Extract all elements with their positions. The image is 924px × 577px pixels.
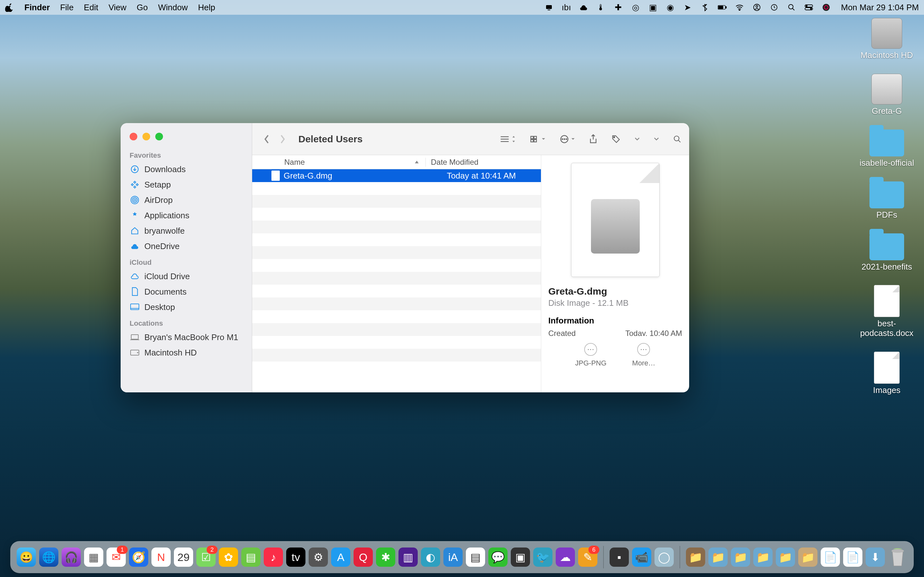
plus-icon[interactable]: ✚ (614, 3, 623, 12)
dock-launchpad[interactable]: ▦ (84, 548, 103, 567)
share-button[interactable] (589, 134, 598, 144)
menu-view[interactable]: View (108, 3, 126, 13)
sidebar-item-setapp[interactable]: Setapp (121, 177, 252, 192)
column-date[interactable]: Date Modified (425, 158, 541, 167)
sidebar-item-documents[interactable]: Documents (121, 284, 252, 300)
dock-twitter[interactable]: 🐦 (533, 548, 552, 567)
sidebar-item-onedrive[interactable]: OneDrive (121, 239, 252, 254)
dock-photos[interactable]: ✿ (219, 548, 238, 567)
file-row[interactable]: Greta-G.dmg Today at 10:41 AM (252, 169, 541, 182)
dock-notes[interactable]: ✎ (578, 548, 598, 567)
group-button[interactable] (530, 135, 545, 143)
siri-icon[interactable] (822, 3, 830, 12)
action-button[interactable] (559, 134, 575, 144)
sidebar-item-macintoshhd[interactable]: Macintosh HD (121, 345, 252, 360)
box-icon[interactable]: ▣ (648, 3, 657, 12)
battery-icon[interactable] (718, 3, 727, 12)
sidebar-item-applications[interactable]: Applications (121, 208, 252, 223)
control-center-icon[interactable] (804, 3, 813, 12)
menu-file[interactable]: File (60, 3, 73, 13)
sidebar-item-iclouddrive[interactable]: iCloud Drive (121, 269, 252, 284)
dock-settings[interactable]: ⚙ (309, 548, 328, 567)
dock-zoom[interactable]: 📹 (632, 548, 651, 567)
bluetooth-icon[interactable] (700, 3, 709, 12)
app-name[interactable]: Finder (24, 3, 50, 13)
desktop-item-greta-g[interactable]: Greta-G (858, 74, 916, 116)
dock-app-7[interactable]: ◯ (654, 548, 674, 567)
tags-button[interactable] (612, 135, 620, 143)
forward-button[interactable] (276, 132, 289, 146)
dock-folder-7[interactable]: 📄 (821, 548, 840, 567)
dock-app-6[interactable]: ▪ (610, 548, 629, 567)
desktop-item-isabelle[interactable]: isabelle-official (858, 129, 916, 168)
quick-action-more[interactable]: ⋯More… (632, 343, 655, 367)
dock-folder-3[interactable]: 📁 (731, 548, 750, 567)
view-list-button[interactable] (500, 135, 516, 143)
sidebar-item-downloads[interactable]: Downloads (121, 161, 252, 177)
dock-app-4[interactable]: ▣ (511, 548, 530, 567)
menu-help[interactable]: Help (198, 3, 215, 13)
desktop-item-benefits[interactable]: 2021-benefits (858, 234, 916, 272)
dock-edge[interactable]: 🌐 (39, 548, 58, 567)
timemachine-icon[interactable] (770, 3, 779, 12)
dock-finder[interactable]: 😀 (17, 548, 36, 567)
dock-trello[interactable]: ▥ (399, 548, 418, 567)
sidebar-item-home[interactable]: bryanwolfe (121, 223, 252, 239)
dock-app-3[interactable]: ▤ (466, 548, 485, 567)
apple-menu-icon[interactable] (5, 3, 14, 12)
search-button[interactable] (673, 135, 682, 143)
desktop-item-macintosh-hd[interactable]: Macintosh HD (858, 18, 916, 60)
dock-numbers[interactable]: ▤ (241, 548, 260, 567)
dock-podcasts[interactable]: 🎧 (61, 548, 81, 567)
status-icon-1[interactable] (544, 3, 553, 12)
cc-icon[interactable]: ◉ (666, 3, 675, 12)
sidebar-item-desktop[interactable]: Desktop (121, 300, 252, 315)
dock-slack[interactable]: ✱ (376, 548, 395, 567)
zoom-button[interactable] (155, 133, 163, 140)
dock-folder-8[interactable]: 📄 (843, 548, 863, 567)
minimize-button[interactable] (142, 133, 150, 140)
temp-icon[interactable]: 🌡 (596, 3, 606, 12)
clock[interactable]: Mon Mar 29 1:04 PM (841, 3, 919, 13)
arrow-icon[interactable]: ➤ (683, 3, 692, 12)
user-icon[interactable] (752, 3, 761, 12)
dock-appstore[interactable]: A (331, 548, 351, 567)
circle-icon[interactable]: ◎ (631, 3, 640, 12)
dock-folder-2[interactable]: 📁 (708, 548, 728, 567)
sidebar-item-airdrop[interactable]: AirDrop (121, 192, 252, 208)
dock-safari[interactable]: 🧭 (129, 548, 148, 567)
wifi-icon[interactable] (735, 3, 744, 12)
dock-reminders[interactable]: ☑ (196, 548, 216, 567)
dock-folder-6[interactable]: 📁 (798, 548, 817, 567)
close-button[interactable] (129, 133, 137, 140)
dropdown-2[interactable] (654, 137, 659, 141)
desktop-item-pdfs[interactable]: PDFs (858, 181, 916, 220)
quick-action-jpgpng[interactable]: ⋯JPG-PNG (575, 343, 607, 367)
dock-app-1[interactable]: ◐ (421, 548, 440, 567)
menu-go[interactable]: Go (137, 3, 148, 13)
dock-downloads[interactable]: ⬇ (866, 548, 885, 567)
dropdown-1[interactable] (635, 137, 640, 141)
dock-mail[interactable]: ✉ (107, 548, 126, 567)
status-icon-2[interactable]: ıbı (562, 3, 571, 12)
spotlight-icon[interactable] (787, 3, 796, 12)
dock-trash[interactable] (888, 546, 907, 568)
dock-app-5[interactable]: ☁ (556, 548, 575, 567)
sidebar-item-macbook[interactable]: Bryan's MacBook Pro M1 (121, 330, 252, 345)
desktop-item-images[interactable]: Images (858, 351, 916, 395)
dock-q[interactable]: Q (354, 548, 373, 567)
dock-folder-1[interactable]: 📁 (686, 548, 705, 567)
dock-music[interactable]: ♪ (264, 548, 283, 567)
column-name[interactable]: Name (252, 158, 425, 167)
back-button[interactable] (260, 132, 273, 146)
dock-app-2[interactable]: iA (443, 548, 463, 567)
dock-news[interactable]: N (152, 548, 171, 567)
dock-folder-5[interactable]: 📁 (776, 548, 795, 567)
desktop-item-podcasts[interactable]: best-podcasts.docx (858, 285, 916, 338)
menu-edit[interactable]: Edit (84, 3, 98, 13)
menu-window[interactable]: Window (158, 3, 188, 13)
dock-tv[interactable]: tv (286, 548, 305, 567)
dock-messages[interactable]: 💬 (488, 548, 507, 567)
dock-calendar[interactable]: 29 (174, 548, 193, 567)
dock-folder-4[interactable]: 📁 (753, 548, 772, 567)
